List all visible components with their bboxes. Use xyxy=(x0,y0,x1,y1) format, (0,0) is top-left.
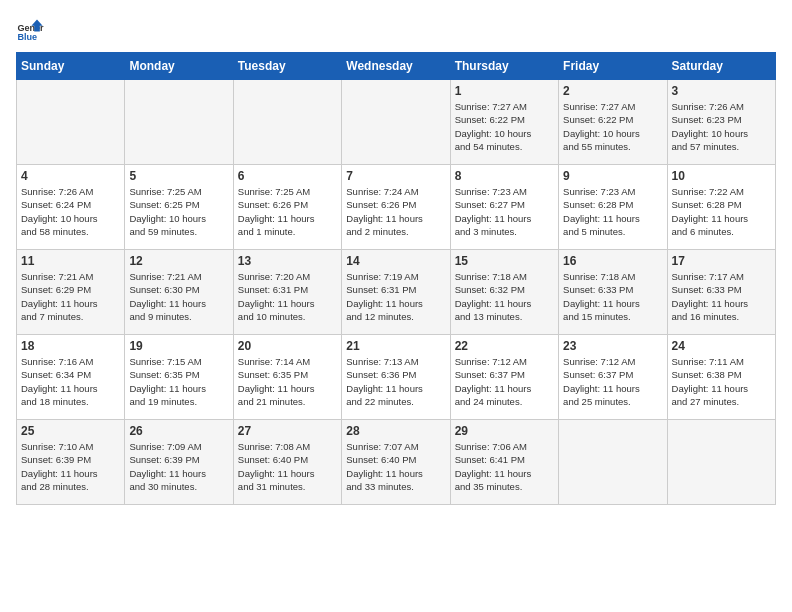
day-number: 9 xyxy=(563,169,662,183)
weekday-thursday: Thursday xyxy=(450,53,558,80)
calendar-cell: 14Sunrise: 7:19 AM Sunset: 6:31 PM Dayli… xyxy=(342,250,450,335)
day-number: 7 xyxy=(346,169,445,183)
week-row-3: 11Sunrise: 7:21 AM Sunset: 6:29 PM Dayli… xyxy=(17,250,776,335)
calendar-cell: 10Sunrise: 7:22 AM Sunset: 6:28 PM Dayli… xyxy=(667,165,775,250)
day-info: Sunrise: 7:15 AM Sunset: 6:35 PM Dayligh… xyxy=(129,355,228,408)
calendar-body: 1Sunrise: 7:27 AM Sunset: 6:22 PM Daylig… xyxy=(17,80,776,505)
day-number: 13 xyxy=(238,254,337,268)
day-info: Sunrise: 7:11 AM Sunset: 6:38 PM Dayligh… xyxy=(672,355,771,408)
calendar-cell: 25Sunrise: 7:10 AM Sunset: 6:39 PM Dayli… xyxy=(17,420,125,505)
day-number: 3 xyxy=(672,84,771,98)
week-row-5: 25Sunrise: 7:10 AM Sunset: 6:39 PM Dayli… xyxy=(17,420,776,505)
day-info: Sunrise: 7:26 AM Sunset: 6:24 PM Dayligh… xyxy=(21,185,120,238)
day-info: Sunrise: 7:27 AM Sunset: 6:22 PM Dayligh… xyxy=(563,100,662,153)
day-info: Sunrise: 7:06 AM Sunset: 6:41 PM Dayligh… xyxy=(455,440,554,493)
day-number: 25 xyxy=(21,424,120,438)
calendar-cell: 3Sunrise: 7:26 AM Sunset: 6:23 PM Daylig… xyxy=(667,80,775,165)
weekday-saturday: Saturday xyxy=(667,53,775,80)
day-number: 22 xyxy=(455,339,554,353)
calendar-cell: 28Sunrise: 7:07 AM Sunset: 6:40 PM Dayli… xyxy=(342,420,450,505)
day-number: 15 xyxy=(455,254,554,268)
weekday-friday: Friday xyxy=(559,53,667,80)
calendar-cell: 4Sunrise: 7:26 AM Sunset: 6:24 PM Daylig… xyxy=(17,165,125,250)
day-info: Sunrise: 7:19 AM Sunset: 6:31 PM Dayligh… xyxy=(346,270,445,323)
day-number: 17 xyxy=(672,254,771,268)
day-info: Sunrise: 7:25 AM Sunset: 6:25 PM Dayligh… xyxy=(129,185,228,238)
day-info: Sunrise: 7:23 AM Sunset: 6:27 PM Dayligh… xyxy=(455,185,554,238)
calendar-cell: 7Sunrise: 7:24 AM Sunset: 6:26 PM Daylig… xyxy=(342,165,450,250)
calendar-cell: 13Sunrise: 7:20 AM Sunset: 6:31 PM Dayli… xyxy=(233,250,341,335)
day-number: 2 xyxy=(563,84,662,98)
week-row-1: 1Sunrise: 7:27 AM Sunset: 6:22 PM Daylig… xyxy=(17,80,776,165)
week-row-2: 4Sunrise: 7:26 AM Sunset: 6:24 PM Daylig… xyxy=(17,165,776,250)
day-info: Sunrise: 7:12 AM Sunset: 6:37 PM Dayligh… xyxy=(455,355,554,408)
calendar-cell: 6Sunrise: 7:25 AM Sunset: 6:26 PM Daylig… xyxy=(233,165,341,250)
calendar-cell: 18Sunrise: 7:16 AM Sunset: 6:34 PM Dayli… xyxy=(17,335,125,420)
day-info: Sunrise: 7:23 AM Sunset: 6:28 PM Dayligh… xyxy=(563,185,662,238)
day-number: 12 xyxy=(129,254,228,268)
calendar-cell: 2Sunrise: 7:27 AM Sunset: 6:22 PM Daylig… xyxy=(559,80,667,165)
day-info: Sunrise: 7:14 AM Sunset: 6:35 PM Dayligh… xyxy=(238,355,337,408)
weekday-header-row: SundayMondayTuesdayWednesdayThursdayFrid… xyxy=(17,53,776,80)
weekday-tuesday: Tuesday xyxy=(233,53,341,80)
weekday-monday: Monday xyxy=(125,53,233,80)
calendar-cell: 17Sunrise: 7:17 AM Sunset: 6:33 PM Dayli… xyxy=(667,250,775,335)
calendar-cell: 11Sunrise: 7:21 AM Sunset: 6:29 PM Dayli… xyxy=(17,250,125,335)
day-info: Sunrise: 7:09 AM Sunset: 6:39 PM Dayligh… xyxy=(129,440,228,493)
day-info: Sunrise: 7:22 AM Sunset: 6:28 PM Dayligh… xyxy=(672,185,771,238)
day-number: 4 xyxy=(21,169,120,183)
calendar-cell: 15Sunrise: 7:18 AM Sunset: 6:32 PM Dayli… xyxy=(450,250,558,335)
day-number: 19 xyxy=(129,339,228,353)
day-number: 6 xyxy=(238,169,337,183)
day-info: Sunrise: 7:21 AM Sunset: 6:30 PM Dayligh… xyxy=(129,270,228,323)
calendar-cell: 12Sunrise: 7:21 AM Sunset: 6:30 PM Dayli… xyxy=(125,250,233,335)
day-number: 29 xyxy=(455,424,554,438)
calendar-cell: 24Sunrise: 7:11 AM Sunset: 6:38 PM Dayli… xyxy=(667,335,775,420)
week-row-4: 18Sunrise: 7:16 AM Sunset: 6:34 PM Dayli… xyxy=(17,335,776,420)
day-info: Sunrise: 7:10 AM Sunset: 6:39 PM Dayligh… xyxy=(21,440,120,493)
calendar-cell: 27Sunrise: 7:08 AM Sunset: 6:40 PM Dayli… xyxy=(233,420,341,505)
day-info: Sunrise: 7:17 AM Sunset: 6:33 PM Dayligh… xyxy=(672,270,771,323)
header: General Blue xyxy=(16,16,776,44)
calendar-cell: 21Sunrise: 7:13 AM Sunset: 6:36 PM Dayli… xyxy=(342,335,450,420)
day-number: 10 xyxy=(672,169,771,183)
calendar-cell: 22Sunrise: 7:12 AM Sunset: 6:37 PM Dayli… xyxy=(450,335,558,420)
day-info: Sunrise: 7:24 AM Sunset: 6:26 PM Dayligh… xyxy=(346,185,445,238)
day-number: 26 xyxy=(129,424,228,438)
day-number: 8 xyxy=(455,169,554,183)
calendar-cell: 8Sunrise: 7:23 AM Sunset: 6:27 PM Daylig… xyxy=(450,165,558,250)
calendar-cell: 26Sunrise: 7:09 AM Sunset: 6:39 PM Dayli… xyxy=(125,420,233,505)
weekday-sunday: Sunday xyxy=(17,53,125,80)
calendar-cell: 1Sunrise: 7:27 AM Sunset: 6:22 PM Daylig… xyxy=(450,80,558,165)
day-info: Sunrise: 7:18 AM Sunset: 6:33 PM Dayligh… xyxy=(563,270,662,323)
day-info: Sunrise: 7:07 AM Sunset: 6:40 PM Dayligh… xyxy=(346,440,445,493)
day-number: 21 xyxy=(346,339,445,353)
calendar-cell xyxy=(125,80,233,165)
calendar-cell xyxy=(559,420,667,505)
day-number: 16 xyxy=(563,254,662,268)
calendar-cell: 5Sunrise: 7:25 AM Sunset: 6:25 PM Daylig… xyxy=(125,165,233,250)
calendar-cell xyxy=(667,420,775,505)
day-info: Sunrise: 7:27 AM Sunset: 6:22 PM Dayligh… xyxy=(455,100,554,153)
calendar-cell xyxy=(233,80,341,165)
day-info: Sunrise: 7:13 AM Sunset: 6:36 PM Dayligh… xyxy=(346,355,445,408)
day-info: Sunrise: 7:20 AM Sunset: 6:31 PM Dayligh… xyxy=(238,270,337,323)
calendar-cell xyxy=(17,80,125,165)
day-number: 27 xyxy=(238,424,337,438)
day-info: Sunrise: 7:12 AM Sunset: 6:37 PM Dayligh… xyxy=(563,355,662,408)
calendar-table: SundayMondayTuesdayWednesdayThursdayFrid… xyxy=(16,52,776,505)
calendar-cell: 20Sunrise: 7:14 AM Sunset: 6:35 PM Dayli… xyxy=(233,335,341,420)
day-info: Sunrise: 7:08 AM Sunset: 6:40 PM Dayligh… xyxy=(238,440,337,493)
day-info: Sunrise: 7:25 AM Sunset: 6:26 PM Dayligh… xyxy=(238,185,337,238)
day-number: 11 xyxy=(21,254,120,268)
day-number: 28 xyxy=(346,424,445,438)
calendar-cell: 16Sunrise: 7:18 AM Sunset: 6:33 PM Dayli… xyxy=(559,250,667,335)
day-number: 14 xyxy=(346,254,445,268)
day-number: 24 xyxy=(672,339,771,353)
logo-icon: General Blue xyxy=(16,16,44,44)
day-info: Sunrise: 7:18 AM Sunset: 6:32 PM Dayligh… xyxy=(455,270,554,323)
day-info: Sunrise: 7:16 AM Sunset: 6:34 PM Dayligh… xyxy=(21,355,120,408)
calendar-cell: 29Sunrise: 7:06 AM Sunset: 6:41 PM Dayli… xyxy=(450,420,558,505)
day-number: 18 xyxy=(21,339,120,353)
day-number: 1 xyxy=(455,84,554,98)
